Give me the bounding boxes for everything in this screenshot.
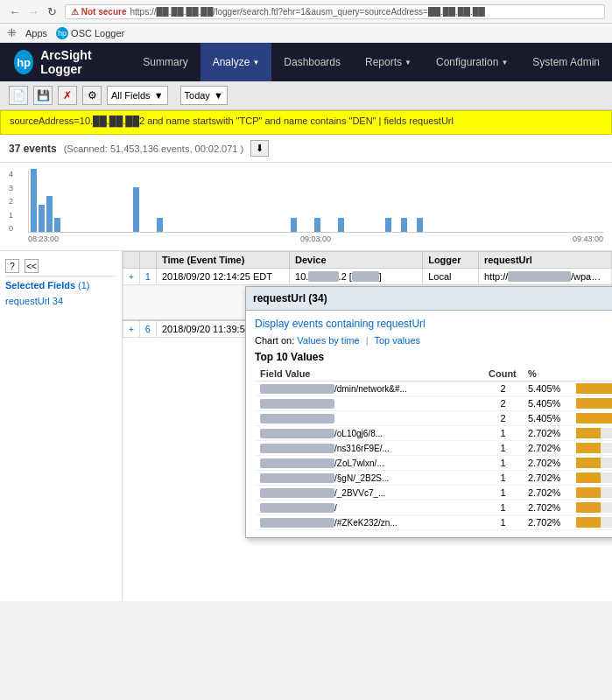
configuration-dropdown-icon: ▼ <box>501 59 508 66</box>
modal-count-8: 1 <box>483 500 523 515</box>
chart-bar-49[interactable] <box>417 218 423 232</box>
x-label-2: 09:43:00 <box>573 234 603 243</box>
nav-summary-label: Summary <box>143 56 187 68</box>
modal-count-5: 1 <box>483 456 523 471</box>
modal-count-7: 1 <box>483 486 523 500</box>
forward-button[interactable]: → <box>25 4 41 19</box>
chart-bar-36[interactable] <box>314 218 320 232</box>
save-button[interactable]: 💾 <box>33 86 53 105</box>
modal-percent-8: 2.702% <box>523 500 571 515</box>
time-dropdown-label: Today <box>185 90 210 101</box>
row-expand-1[interactable]: + <box>123 269 140 285</box>
osc-logger-bookmark[interactable]: hp OSC Logger <box>56 27 124 39</box>
modal-field-value-5: ████████████/ZoL7wlxn/... <box>255 456 483 471</box>
table-row: + 1 2018/09/20 12:14:25 EDT 10.██.██.2 [… <box>123 269 612 285</box>
modal-percent-2: 5.405% <box>523 411 571 426</box>
th-time[interactable]: Time (Event Time) <box>156 252 289 269</box>
modal-row: ████████████25.405% <box>255 396 612 411</box>
analyze-dropdown-icon: ▼ <box>252 59 259 66</box>
nav-item-configuration[interactable]: Configuration ▼ <box>424 43 520 81</box>
modal-row: ████████████/dmin/network&#...25.405% <box>255 382 612 396</box>
modal-row: ████████████/§gN/_2B2S...12.702% <box>255 471 612 486</box>
help-icon[interactable]: ? <box>5 259 19 273</box>
settings-button[interactable]: ⚙ <box>82 86 102 105</box>
th-device[interactable]: Device <box>290 252 423 269</box>
apps-bookmark[interactable]: Apps <box>25 28 47 38</box>
time-dropdown[interactable]: Today ▼ <box>180 86 228 105</box>
scan-info: (Scanned: 51,453,136 events, 00:02.071 ) <box>64 144 244 154</box>
row-time-1: 2018/09/20 12:14:25 EDT <box>156 269 289 285</box>
delete-button[interactable]: ✗ <box>58 86 77 105</box>
chart-bar-3[interactable] <box>54 218 60 232</box>
results-header: 37 events (Scanned: 51,453,136 events, 0… <box>0 135 612 163</box>
bookmarks-bar: ⁜ Apps hp OSC Logger <box>0 24 612 43</box>
nav-item-analyze[interactable]: Analyze ▼ <box>200 43 272 81</box>
chart-bar-0[interactable] <box>31 169 37 232</box>
nav-reports-label: Reports <box>365 56 402 68</box>
modal-percent-0: 5.405% <box>523 382 571 396</box>
modal-header: requestUrl (34) ✕ <box>246 287 612 311</box>
chart-container[interactable] <box>28 170 603 233</box>
back-button[interactable]: ← <box>7 4 23 19</box>
row-device-1: 10.██.██.2 [██...a] <box>290 269 423 285</box>
modal-percent-4: 2.702% <box>523 441 571 456</box>
modal-bar-7 <box>571 486 612 500</box>
nav-analyze-label: Analyze <box>213 56 250 68</box>
modal-body: Display events containing requestUrl Cha… <box>246 311 612 537</box>
x-label-1: 09:03:00 <box>300 234 331 243</box>
th-logger[interactable]: Logger <box>423 252 479 269</box>
values-by-time-link[interactable]: Values by time <box>297 335 359 346</box>
nav-item-summary[interactable]: Summary <box>130 43 200 81</box>
events-count: 37 events <box>9 143 57 155</box>
modal-bar-0 <box>571 382 612 396</box>
query-bar[interactable]: sourceAddress=10.██.██.██2 and name star… <box>0 110 612 135</box>
new-search-button[interactable]: 📄 <box>9 86 28 105</box>
selected-fields-count: (1) <box>78 280 89 290</box>
y-label-0: 0 <box>9 224 13 233</box>
reports-dropdown-icon: ▼ <box>404 59 412 66</box>
collapse-icon[interactable]: << <box>25 259 39 273</box>
modal-bar-8 <box>571 500 612 515</box>
nav-item-reports[interactable]: Reports ▼ <box>353 43 424 81</box>
browser-bar: ← → ↻ ⚠ Not secure https://██.██.██.██/l… <box>0 0 612 24</box>
modal-bar-4 <box>571 441 612 456</box>
y-label-2: 2 <box>9 197 13 206</box>
display-events-link[interactable]: Display events containing requestUrl <box>255 318 426 330</box>
modal-row: ████████████/_2BVVc7_...12.702% <box>255 486 612 500</box>
modal-percent-7: 2.702% <box>523 486 571 500</box>
nav-item-system-admin[interactable]: System Admin <box>520 43 612 81</box>
th-url[interactable]: requestUrl <box>478 252 611 269</box>
field-item-requesturl[interactable]: requestUrl 34 <box>5 294 116 308</box>
th-expand <box>123 252 140 269</box>
chart-bar-1[interactable] <box>39 205 45 232</box>
modal-bar-9 <box>571 515 612 530</box>
nav-system-admin-label: System Admin <box>532 56 600 68</box>
row-num-6[interactable]: 6 <box>139 320 156 338</box>
nav-menu: Summary Analyze ▼ Dashboards Reports ▼ C… <box>130 43 612 81</box>
toolbar: 📄 💾 ✗ ⚙ All Fields ▼ All Fields Selected… <box>0 81 612 110</box>
download-button[interactable]: ⬇ <box>250 140 269 157</box>
nav-item-dashboards[interactable]: Dashboards <box>271 43 353 81</box>
chart-bar-45[interactable] <box>385 218 391 232</box>
fields-dropdown[interactable]: All Fields ▼ <box>107 86 168 105</box>
app-container: hp ArcSight Logger Summary Analyze ▼ Das… <box>0 43 612 601</box>
top-values-link[interactable]: Top values <box>374 335 420 346</box>
chart-bar-39[interactable] <box>338 218 344 232</box>
address-bar[interactable]: ⚠ Not secure https://██.██.██.██/logger/… <box>65 4 605 19</box>
row-num-1[interactable]: 1 <box>139 269 156 285</box>
osc-logger-label: OSC Logger <box>71 28 124 38</box>
chart-bar-16[interactable] <box>157 218 163 232</box>
hp-logo-text: hp <box>17 56 31 69</box>
chart-bar-13[interactable] <box>133 187 139 232</box>
osc-logo-icon: hp <box>56 27 68 39</box>
reload-button[interactable]: ↻ <box>44 4 60 19</box>
chart-bar-47[interactable] <box>401 218 407 232</box>
values-table: Field Value Count % ████████████/dmin/ne… <box>255 367 612 530</box>
chart-bar-2[interactable] <box>46 196 53 232</box>
modal-row: ████████████/ZoL7wlxn/...12.702% <box>255 456 612 471</box>
row-expand-6[interactable]: + <box>123 320 140 338</box>
modal-bar-1 <box>571 396 612 411</box>
nav-buttons[interactable]: ← → ↻ <box>7 4 60 19</box>
modal-row: ████████████/ns316rF9E/...12.702% <box>255 441 612 456</box>
chart-bar-33[interactable] <box>291 218 297 232</box>
